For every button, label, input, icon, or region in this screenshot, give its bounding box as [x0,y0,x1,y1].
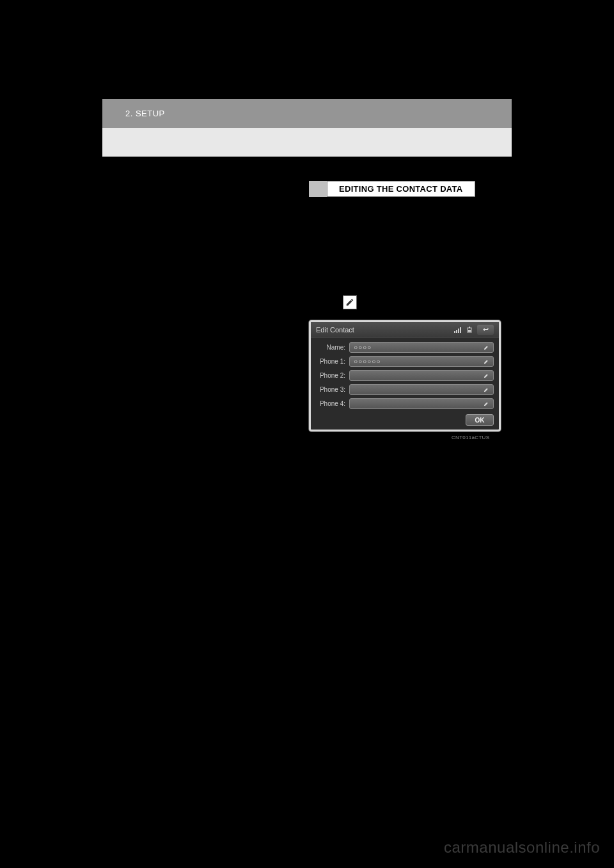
signal-icon [454,324,463,336]
info-question-icon: ? [122,181,127,191]
form-row-phone2: Phone 2: [316,369,494,381]
section-heading: EDITING THE CONTACT DATA [309,181,475,197]
phone2-field[interactable] [349,370,494,381]
form-row-name: Name: ○○○○ [316,341,494,353]
svg-rect-6 [468,330,471,332]
pencil-icon [484,355,489,367]
name-field[interactable]: ○○○○ [349,342,494,353]
ok-label: OK [475,417,485,424]
pencil-icon [484,341,489,353]
screen-body: Name: ○○○○ Phone 1: ○○○○○○ Phone 2: [311,337,499,413]
svg-rect-3 [460,327,461,333]
subheader-band [102,128,512,157]
ok-button[interactable]: OK [466,414,494,426]
pencil-icon [484,369,489,381]
phone1-field[interactable]: ○○○○○○ [349,356,494,367]
battery-icon [467,324,473,336]
svg-rect-2 [458,329,459,333]
section-heading-tab [309,181,327,197]
back-button[interactable]: ↩ [477,325,494,335]
phone1-label: Phone 1: [316,358,349,365]
name-label: Name: [316,344,349,351]
svg-rect-5 [469,327,470,328]
pencil-icon [484,398,489,409]
form-row-phone4: Phone 4: [316,398,494,409]
edit-pencil-icon [343,295,357,309]
screen-title: Edit Contact [316,326,354,334]
phone2-label: Phone 2: [316,372,349,379]
phone3-field[interactable] [349,384,494,395]
pencil-icon [484,384,489,395]
screen-titlebar: Edit Contact ↩ [311,322,499,337]
status-area: ↩ [454,324,494,336]
back-icon: ↩ [483,325,489,334]
pencil-icon [345,298,354,307]
svg-rect-1 [456,330,457,333]
breadcrumb: 2. SETUP [125,109,165,118]
section-heading-label: EDITING THE CONTACT DATA [327,181,475,197]
page-watermark: carmanualsonline.info [444,839,600,856]
phone3-label: Phone 3: [316,386,349,393]
phone1-value: ○○○○○○ [354,358,381,365]
form-row-phone3: Phone 3: [316,384,494,395]
content-area: ? EDITING THE CONTACT DATA Edit Contact [102,157,512,181]
phone4-field[interactable] [349,398,494,409]
svg-rect-0 [454,331,455,333]
manual-page: 2. SETUP ? EDITING THE CONTACT DATA Edit… [102,99,512,738]
form-row-phone1: Phone 1: ○○○○○○ [316,355,494,367]
chapter-header: 2. SETUP [102,99,512,128]
edit-contact-screen: Edit Contact ↩ Name: [309,320,501,431]
phone4-label: Phone 4: [316,400,349,407]
figure-caption: CNT011aCTUS [452,435,489,440]
name-value: ○○○○ [354,344,372,351]
screen-footer: OK [311,413,499,426]
